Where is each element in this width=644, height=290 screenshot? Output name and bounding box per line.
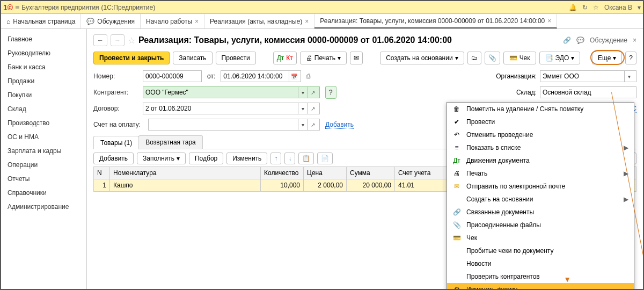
help-green-button[interactable]: ? [325,86,336,99]
invoice-label: Счет на оплату: [93,121,143,128]
menu-mark-delete[interactable]: 🗑Пометить на удаление / Снять пометку [447,103,634,115]
table-select-button[interactable]: Подбор [189,153,223,164]
menu-print[interactable]: 🖨Печать▶ [447,167,634,180]
help-button[interactable]: ? [625,52,636,64]
paste-button[interactable]: 📄 [317,153,333,164]
chevron-down-icon[interactable]: ▾ [298,87,308,98]
table-add-button[interactable]: Добавить [93,153,134,164]
sidebar-item[interactable]: ОС и НМА [1,130,86,144]
tab-sales-list[interactable]: Реализация (акты, накладные)× [204,14,314,28]
back-button[interactable]: ← [93,34,107,46]
tab-goods[interactable]: Товары (1) [93,136,139,149]
menu-show-list[interactable]: ≡Показать в списке▶ [447,141,634,154]
discuss-label[interactable]: Обсуждение [590,37,627,44]
sidebar-item[interactable]: Продажи [1,74,86,88]
number-label: Номер: [93,73,137,80]
menu-check-counterparties[interactable]: Проверить контрагентов [447,270,634,283]
email-button[interactable]: ✉ [350,52,363,64]
bell-icon[interactable]: 🔔 [569,4,577,11]
discuss-icon[interactable]: 💬 [576,37,584,44]
menu-news[interactable]: Новости [447,257,634,270]
edo-button[interactable]: 📑ЭДО▾ [539,52,581,64]
star-icon[interactable]: ☆ [593,4,599,11]
close-icon[interactable]: × [547,17,551,25]
sidebar-item[interactable]: Банк и касса [1,60,86,74]
open-icon[interactable]: ↗ [308,87,317,98]
favorite-icon[interactable]: ☆ [128,35,135,46]
tab-returnable[interactable]: Возвратная тара [138,135,203,149]
post-button[interactable]: Провести [216,52,256,64]
menu-movements[interactable]: ДтДвижения документа [447,154,634,167]
col-nom[interactable]: Номенклатура [110,167,261,179]
number-input[interactable]: 0000-000009 [143,70,202,82]
link-icon[interactable]: 🔗 [563,37,571,44]
add-link[interactable]: Добавить [325,121,354,129]
move-down-button[interactable]: ↓ [284,153,295,164]
attachments-button[interactable]: 📎 [485,52,500,64]
close-icon[interactable]: × [195,18,199,25]
mode-icon[interactable]: ⎙ [306,73,310,80]
menu-unpost[interactable]: ↶Отменить проведение [447,128,634,141]
more-button[interactable]: Еще▾ [592,52,622,64]
tab-home[interactable]: ⌂Начальная страница [1,14,81,28]
col-sum[interactable]: Сумма [347,167,395,179]
sidebar-item[interactable]: Покупки [1,88,86,102]
open-icon[interactable]: ↗ [308,119,317,130]
menu-cheque[interactable]: 💳Чек [447,231,634,244]
menu-attach[interactable]: 📎Присоединенные файлы [447,219,634,231]
history-icon[interactable]: ↻ [582,4,588,11]
col-n[interactable]: N [94,167,110,179]
close-icon[interactable]: × [305,18,309,25]
create-based-button[interactable]: Создать на основании▾ [380,52,464,64]
table-fill-button[interactable]: Заполнить▾ [137,153,186,164]
warehouse-input[interactable]: Основной склад [540,86,636,98]
invoice-input[interactable]: ▾↗ [148,119,320,130]
col-price[interactable]: Цена [304,167,347,179]
sidebar-item[interactable]: Зарплата и кадры [1,144,86,158]
chevron-down-icon[interactable]: ▾ [298,119,308,130]
related-docs-button[interactable]: 🗂 [467,52,481,64]
forward-button[interactable]: → [111,34,125,46]
tab-document[interactable]: Реализация: Товары, услуги, комиссия 000… [314,14,557,28]
write-button[interactable]: Записать [173,52,212,64]
print-button[interactable]: 🖨Печать▾ [300,52,347,64]
menu-cheques-list[interactable]: Пробитые чеки по документу [447,244,634,257]
sidebar-item[interactable]: Справочники [1,186,86,200]
sidebar-item[interactable]: Администрирование [1,200,86,214]
sidebar-item[interactable]: Отчеты [1,172,86,186]
menu-related[interactable]: 🔗Связанные документы [447,206,634,219]
contract-input[interactable]: 2 от 01.06.2020▾↗ [143,103,320,114]
date-input[interactable]: 01.06.2020 14:00:00📅 [221,70,301,82]
post-close-button[interactable]: Провести и закрыть [93,52,170,64]
org-input[interactable]: Эммет ООО▾ [540,70,636,82]
cheque-button[interactable]: 💳Чек [503,52,536,64]
user-menu-chevron[interactable]: ▾ [638,4,641,11]
sidebar-item[interactable]: Руководителю [1,46,86,60]
menu-post[interactable]: ✔Провести [447,115,634,128]
menu-create-based[interactable]: Создать на основании▶ [447,193,634,206]
col-acc[interactable]: Счет учета [395,167,443,179]
close-icon[interactable]: × [633,37,636,44]
sidebar-item[interactable]: Производство [1,116,86,130]
chevron-right-icon: ▶ [624,195,628,203]
chevron-down-icon[interactable]: ▾ [624,71,634,82]
tab-getting-started[interactable]: Начало работы× [141,14,204,28]
chevron-down-icon[interactable]: ▾ [298,103,308,114]
document-title: Реализация: Товары, услуги, комиссия 000… [138,35,452,45]
sidebar-item[interactable]: Склад [1,102,86,116]
copy-button[interactable]: 📋 [298,153,314,164]
table-edit-button[interactable]: Изменить [226,153,267,164]
menu-email[interactable]: ✉Отправить по электронной почте [447,180,634,193]
sidebar-item[interactable]: Операции [1,158,86,172]
menu-change-form[interactable]: ⚙Изменить форму... [447,283,634,290]
open-icon[interactable]: ↗ [308,103,317,114]
dtkt-button[interactable]: ДтКт [273,52,297,64]
contr-input[interactable]: ООО "Гермес"▾↗ [143,86,320,98]
user-name[interactable]: Оксана В [604,4,632,11]
menu-icon[interactable]: ≡ [15,3,19,12]
sidebar-item[interactable]: Главное [1,32,86,46]
tab-discussions[interactable]: 💬Обсуждения [81,14,141,28]
calendar-icon[interactable]: 📅 [289,71,298,82]
move-up-button[interactable]: ↑ [270,153,281,164]
col-qty[interactable]: Количество [261,167,304,179]
